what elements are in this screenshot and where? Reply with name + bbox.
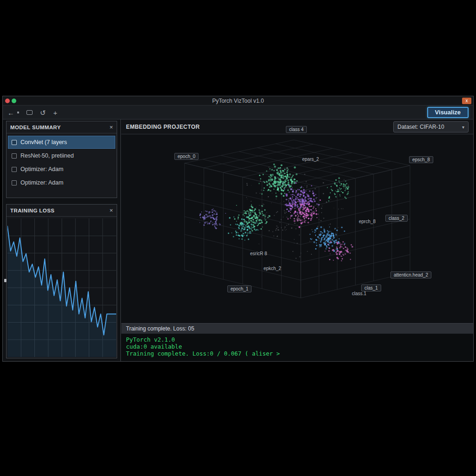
dataset-dropdown-value: Dataset: CIFAR-10 xyxy=(397,124,462,130)
sidebar: MODEL SUMMARY × ConvNet (7 layers ResNet… xyxy=(3,119,121,361)
close-icon[interactable]: × xyxy=(109,124,113,130)
model-item-label: Optimizer: Adam xyxy=(20,179,63,186)
model-item-resnet[interactable]: ResNet-50, pretiined xyxy=(8,149,115,162)
training-loss-chart xyxy=(7,218,116,357)
copy-rect-icon[interactable] xyxy=(26,110,33,115)
model-summary-title: MODEL SUMMARY xyxy=(10,125,109,130)
dot-icon xyxy=(17,112,19,113)
console-output: PyTorch v2.1.0 cuda:0 available Training… xyxy=(121,333,473,361)
checkbox-icon[interactable] xyxy=(12,167,17,172)
back-arrow-icon[interactable]: ← xyxy=(7,109,14,116)
checkbox-icon[interactable] xyxy=(12,140,17,145)
training-loss-title: TRAINING LOSS xyxy=(10,208,109,213)
model-item-label: ConvNet (7 layers xyxy=(20,139,67,145)
embedding-3d-plot[interactable] xyxy=(121,134,473,323)
model-item-optimizer-1[interactable]: Optimizer: Adam xyxy=(8,163,115,176)
dataset-dropdown[interactable]: Dataset: CIFAR-10 ▾ xyxy=(393,121,469,132)
checkbox-icon[interactable] xyxy=(12,153,17,159)
training-loss-panel: TRAINING LOSS × xyxy=(6,204,117,358)
model-item-convnet[interactable]: ConvNet (7 layers xyxy=(8,136,115,149)
model-item-label: ResNet-50, pretiined xyxy=(20,152,74,159)
embedding-projector-panel: EMBEDDING PROJECTOR Dataset: CIFAR-10 ▾ … xyxy=(121,119,473,361)
model-summary-panel: MODEL SUMMARY × ConvNet (7 layers ResNet… xyxy=(6,121,117,198)
console-line: cuda:0 available xyxy=(126,343,469,350)
scrollbar-handle[interactable] xyxy=(4,279,7,282)
visualize-button[interactable]: Visualize xyxy=(427,107,469,118)
console-line: Training complete. Loss:0 / 0.067 ( alis… xyxy=(126,350,469,357)
toolbar: ← ↺ + Visualize xyxy=(3,106,473,119)
status-text: Training complete. Loss: 05 xyxy=(121,325,194,332)
content-area: MODEL SUMMARY × ConvNet (7 layers ResNet… xyxy=(3,119,473,361)
model-item-label: Optimizer: Adam xyxy=(20,166,63,172)
console-line: PyTorch v2.1.0 xyxy=(126,336,469,343)
add-icon[interactable]: + xyxy=(53,109,58,116)
projector-title: EMBEDDING PROJECTOR xyxy=(126,124,200,130)
chevron-down-icon: ▾ xyxy=(462,125,464,130)
model-item-optimizer-2[interactable]: Optimizer: Adam xyxy=(8,176,115,189)
close-icon[interactable]: × xyxy=(109,207,113,213)
app-window: PyTorch VizTool v1.0 x ← ↺ + Visualize M… xyxy=(2,96,474,362)
undo-icon[interactable]: ↺ xyxy=(40,109,46,116)
window-close-button[interactable]: x xyxy=(462,98,471,104)
embedding-scatter[interactable] xyxy=(121,134,473,323)
title-bar: PyTorch VizTool v1.0 x xyxy=(3,96,473,106)
status-bar: Training complete. Loss: 05 xyxy=(121,323,473,333)
checkbox-icon[interactable] xyxy=(12,180,17,185)
window-title: PyTorch VizTool v1.0 xyxy=(3,98,473,104)
projector-header: EMBEDDING PROJECTOR Dataset: CIFAR-10 ▾ xyxy=(121,119,473,134)
